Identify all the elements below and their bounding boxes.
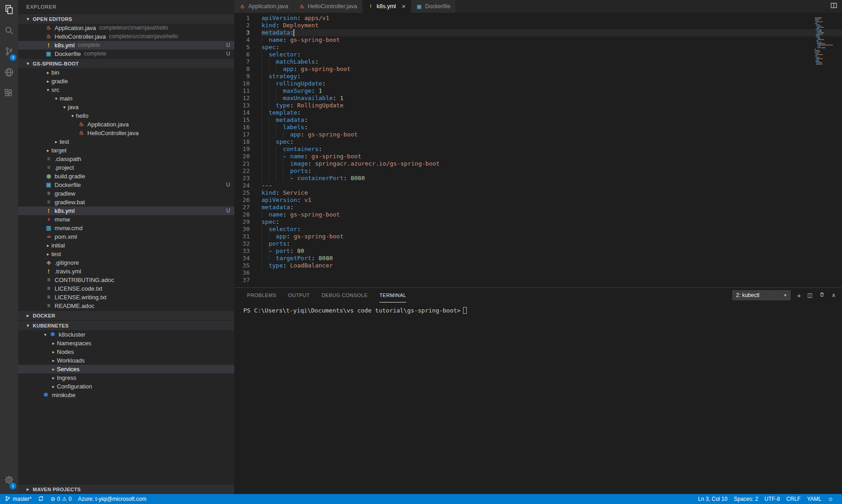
- terminal[interactable]: PS C:\Users\t-yiqi\Documents\vs code tut…: [234, 302, 842, 494]
- line-number[interactable]: 16: [234, 124, 255, 131]
- tree-item[interactable]: ▸gradle: [18, 77, 234, 86]
- tree-item[interactable]: ▸bin: [18, 68, 234, 77]
- line-number[interactable]: 22: [234, 167, 255, 175]
- kill-terminal-icon[interactable]: [819, 291, 825, 299]
- chevron-right-icon[interactable]: ▸: [50, 348, 57, 356]
- line-number[interactable]: 26: [234, 197, 255, 204]
- chevron-right-icon[interactable]: ▸: [45, 77, 51, 86]
- git-branch-status[interactable]: master*: [0, 494, 35, 504]
- line-number[interactable]: 11: [234, 87, 255, 95]
- split-editor-icon[interactable]: [830, 2, 837, 11]
- activity-bar-search[interactable]: [0, 21, 18, 42]
- tree-item[interactable]: ♦mvnw: [18, 215, 234, 224]
- line-number[interactable]: 23: [234, 175, 255, 182]
- line-number[interactable]: 1: [234, 15, 255, 22]
- sync-button[interactable]: [35, 494, 47, 504]
- tab-Application.java[interactable]: ♨Application.java: [234, 0, 294, 13]
- tree-item[interactable]: ≡.project: [18, 163, 234, 172]
- section-open-editors[interactable]: ▾ OPEN EDITORS: [18, 14, 234, 24]
- open-editor-item[interactable]: ♨HelloController.javacomplete\src\main\j…: [18, 32, 234, 41]
- tree-item[interactable]: ▸test: [18, 250, 234, 258]
- activity-bar-source-control[interactable]: 3: [0, 42, 18, 63]
- tree-item[interactable]: ♨Application.java: [18, 120, 234, 129]
- panel-tab-output[interactable]: OUTPUT: [288, 288, 310, 302]
- tree-item[interactable]: ▸test: [18, 137, 234, 146]
- line-number[interactable]: 18: [234, 138, 255, 146]
- new-terminal-icon[interactable]: +: [797, 292, 801, 299]
- open-editor-item[interactable]: ▣DockerfilecompleteU: [18, 50, 234, 58]
- tree-item[interactable]: ≡README.adoc: [18, 302, 234, 310]
- tree-item[interactable]: ♨HelloController.java: [18, 129, 234, 137]
- indentation-status[interactable]: Spaces: 2: [731, 494, 761, 504]
- section-kubernetes[interactable]: ▾ KUBERNETES: [18, 320, 234, 330]
- line-number[interactable]: 9: [234, 73, 255, 80]
- chevron-right-icon[interactable]: ▸: [50, 339, 57, 348]
- tree-item[interactable]: ▸target: [18, 146, 234, 155]
- tree-item[interactable]: ◉build.gradle: [18, 172, 234, 181]
- editor-code-area[interactable]: 1234567891011121314151617181920212223242…: [234, 13, 842, 287]
- line-number[interactable]: 24: [234, 182, 255, 189]
- line-number[interactable]: 36: [234, 269, 255, 277]
- tree-item[interactable]: ≡LICENSE.writing.txt: [18, 293, 234, 302]
- activity-bar-explorer[interactable]: [0, 0, 18, 21]
- tree-item[interactable]: !k8s.ymlU: [18, 207, 234, 215]
- line-number[interactable]: 10: [234, 80, 255, 87]
- split-terminal-icon[interactable]: ◫: [807, 292, 812, 298]
- settings-button[interactable]: 1: [0, 470, 18, 491]
- activity-bar-extensions[interactable]: [0, 84, 18, 105]
- chevron-right-icon[interactable]: ▸: [50, 382, 57, 391]
- chevron-right-icon[interactable]: ▸: [50, 373, 57, 382]
- chevron-right-icon[interactable]: ▸: [50, 365, 57, 373]
- chevron-right-icon[interactable]: ▸: [45, 241, 51, 250]
- problems-status[interactable]: ⊘ 0 ⚠ 0: [47, 494, 75, 504]
- tree-item[interactable]: ▾java: [18, 103, 234, 111]
- panel-tab-debug-console[interactable]: DEBUG CONSOLE: [322, 288, 368, 302]
- tree-item[interactable]: ▾main: [18, 94, 234, 103]
- line-number[interactable]: 4: [234, 36, 255, 44]
- maximize-panel-icon[interactable]: ∧: [832, 292, 836, 298]
- tree-item[interactable]: ▸Ingress: [18, 373, 234, 382]
- tab-HelloController.java[interactable]: ♨HelloController.java: [294, 0, 363, 13]
- chevron-right-icon[interactable]: ▸: [45, 68, 51, 77]
- line-number[interactable]: 15: [234, 116, 255, 124]
- open-editor-item[interactable]: ♨Application.javacomplete\src\main\java\…: [18, 24, 234, 32]
- tree-item[interactable]: ▾src: [18, 86, 234, 94]
- terminal-picker-dropdown[interactable]: 2: kubectl ▼: [732, 290, 791, 300]
- line-number[interactable]: 32: [234, 240, 255, 247]
- tree-item[interactable]: ▸initial: [18, 241, 234, 250]
- tree-item[interactable]: </>pom.xml: [18, 232, 234, 241]
- line-number[interactable]: 20: [234, 153, 255, 160]
- line-number[interactable]: 29: [234, 218, 255, 226]
- line-number[interactable]: 30: [234, 226, 255, 233]
- language-mode-status[interactable]: YAML: [804, 494, 825, 504]
- chevron-down-icon[interactable]: ▾: [42, 330, 49, 339]
- line-number[interactable]: 7: [234, 58, 255, 66]
- chevron-right-icon[interactable]: ▸: [53, 137, 60, 146]
- tree-item[interactable]: ◈.gitignore: [18, 258, 234, 267]
- tree-item[interactable]: ▾hello: [18, 111, 234, 120]
- tree-item[interactable]: ≡LICENSE.code.txt: [18, 284, 234, 293]
- section-project[interactable]: ▾ GS-SPRING-BOOT: [18, 58, 234, 68]
- line-number[interactable]: 21: [234, 160, 255, 167]
- tree-item[interactable]: ≡CONTRIBUTING.adoc: [18, 276, 234, 284]
- section-maven-projects[interactable]: ▸ MAVEN PROJECTS: [18, 484, 234, 494]
- line-number-gutter[interactable]: 1234567891011121314151617181920212223242…: [234, 15, 255, 287]
- chevron-right-icon[interactable]: ▸: [45, 146, 51, 155]
- tree-item[interactable]: ☸minikube: [18, 391, 234, 399]
- line-number[interactable]: 37: [234, 277, 255, 284]
- cursor-position-status[interactable]: Ln 3, Col 10: [695, 494, 731, 504]
- encoding-status[interactable]: UTF-8: [761, 494, 783, 504]
- tree-item[interactable]: ≡gradlew: [18, 189, 234, 198]
- panel-tab-problems[interactable]: PROBLEMS: [247, 288, 276, 302]
- azure-account-status[interactable]: Azure: t-yiqi@microsoft.com: [75, 494, 150, 504]
- activity-bar-azure[interactable]: [0, 63, 18, 84]
- chevron-down-icon[interactable]: ▾: [53, 94, 60, 103]
- line-number[interactable]: 19: [234, 146, 255, 153]
- panel-tab-terminal[interactable]: TERMINAL: [379, 288, 406, 302]
- line-number[interactable]: 13: [234, 102, 255, 109]
- chevron-right-icon[interactable]: ▸: [45, 250, 51, 258]
- feedback-button[interactable]: ☺: [825, 494, 837, 504]
- tree-item[interactable]: ▥mvnw.cmd: [18, 224, 234, 232]
- line-number[interactable]: 3: [234, 29, 255, 36]
- line-number[interactable]: 28: [234, 211, 255, 218]
